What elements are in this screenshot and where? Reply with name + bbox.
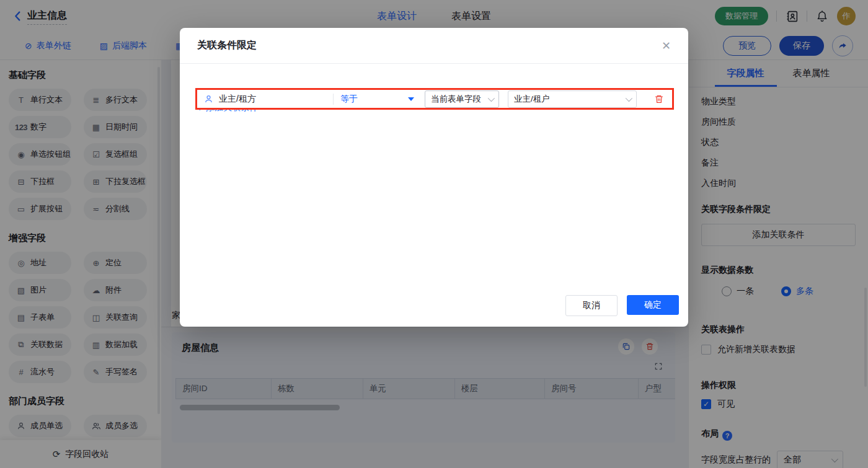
modal-title: 关联条件限定 xyxy=(197,39,257,52)
cancel-button[interactable]: 取消 xyxy=(565,295,618,316)
triangle-down-icon xyxy=(408,97,414,101)
condition-field-select[interactable]: 业主/租方 xyxy=(197,94,333,105)
relation-condition-modal: 关联条件限定 ✕ + 添加关联条件 业主/租方 等于 当前表单字段 xyxy=(180,28,688,327)
operator-value: 等于 xyxy=(340,94,358,105)
form-designer-app: 业主信息 表单设计表单设置 数据管理 作 ⊘表单外链▨后端脚本▦数据报表 预览 … xyxy=(0,0,868,468)
trash-icon xyxy=(654,94,664,104)
source-field-value: 业主/租户 xyxy=(514,94,550,105)
source-type-select[interactable]: 当前表单字段 xyxy=(425,91,499,108)
confirm-button[interactable]: 确定 xyxy=(627,295,679,315)
condition-row-highlighted: 业主/租方 等于 当前表单字段 业主/租户 xyxy=(195,88,674,110)
operator-select[interactable]: 等于 xyxy=(334,94,423,105)
delete-condition-button[interactable] xyxy=(654,94,664,104)
chevron-down-icon xyxy=(626,94,632,101)
chevron-down-icon xyxy=(488,94,495,101)
source-type-value: 当前表单字段 xyxy=(431,94,481,105)
close-icon[interactable]: ✕ xyxy=(662,40,671,51)
person-icon xyxy=(204,94,213,104)
source-field-select[interactable]: 业主/租户 xyxy=(508,91,637,108)
condition-field-label: 业主/租方 xyxy=(219,94,256,105)
